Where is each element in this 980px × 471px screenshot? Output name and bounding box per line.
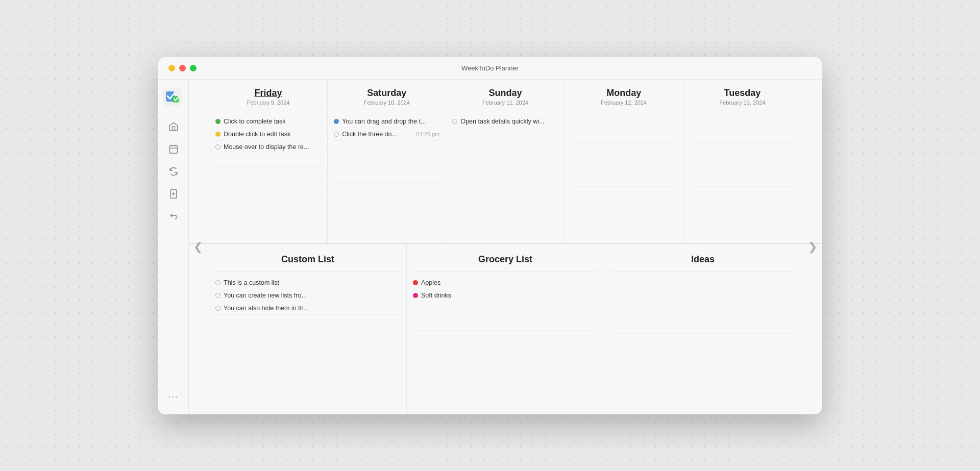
empty-task-slot	[452, 157, 558, 171]
day-column-saturday: SaturdayFebruary 10, 2024You can drag an…	[328, 80, 446, 243]
list-item[interactable]: You can also hide them in th...	[215, 302, 400, 315]
nav-prev-button[interactable]: ❮	[190, 239, 206, 255]
task-row[interactable]: Click to complete task	[215, 115, 321, 128]
list-item-text: You can create new lists fro...	[224, 292, 400, 299]
task-text: Mouse over to display the re...	[224, 143, 321, 151]
empty-task-slot	[690, 172, 795, 187]
sidebar-item-add-task[interactable]	[164, 185, 183, 203]
day-date-friday: February 9, 2024	[215, 100, 321, 106]
empty-task-slot	[571, 158, 677, 172]
list-header-grocery-list: Grocery List	[413, 244, 598, 271]
list-item-dot-icon	[215, 306, 220, 311]
list-item[interactable]: This is a custom list	[215, 277, 400, 289]
task-row[interactable]: You can drag and drop the t...	[334, 115, 439, 128]
list-item-text: This is a custom list	[224, 279, 400, 286]
task-text: You can drag and drop the t...	[342, 118, 439, 125]
nav-next-button[interactable]: ❯	[804, 239, 821, 255]
sidebar: ···	[158, 80, 189, 414]
day-name-friday: Friday	[215, 88, 321, 98]
empty-task-slot	[690, 158, 795, 172]
empty-task-slot	[690, 144, 795, 158]
empty-list-slot	[610, 277, 795, 291]
maximize-button[interactable]	[190, 65, 197, 71]
empty-task-slot	[334, 184, 439, 198]
task-dot-icon	[334, 132, 339, 137]
day-header-saturday: SaturdayFebruary 10, 2024	[334, 80, 439, 110]
list-column-ideas: Ideas	[604, 244, 801, 414]
sidebar-item-calendar[interactable]	[164, 140, 183, 158]
list-name: Custom List	[215, 254, 400, 265]
list-item-text: Apples	[421, 279, 598, 286]
empty-list-slot	[610, 319, 795, 334]
sidebar-item-back[interactable]	[164, 207, 183, 226]
day-header-monday: MondayFebruary 12, 2024	[571, 80, 677, 110]
list-item-text: You can also hide them in th...	[224, 305, 400, 312]
empty-list-slot	[610, 305, 795, 319]
task-dot-icon	[215, 132, 220, 137]
task-row[interactable]: Double click to edit task	[215, 128, 321, 141]
days-section: FridayFebruary 9, 2024Click to complete …	[189, 80, 822, 244]
task-row[interactable]: Click the three do...04:20 pm	[334, 128, 439, 141]
svg-rect-3	[169, 145, 177, 153]
day-header-friday: FridayFebruary 9, 2024	[215, 80, 321, 110]
list-name: Grocery List	[413, 254, 598, 265]
sidebar-item-refresh[interactable]	[164, 162, 183, 181]
task-text: Click the three do...	[342, 131, 413, 138]
day-date-monday: February 12, 2024	[571, 100, 677, 106]
minimize-button[interactable]	[168, 65, 175, 71]
empty-list-slot	[413, 316, 598, 331]
empty-task-slot	[690, 115, 795, 130]
empty-task-slot	[452, 185, 558, 200]
empty-list-slot	[215, 315, 400, 329]
day-name-saturday: Saturday	[334, 88, 439, 98]
close-button[interactable]	[179, 65, 186, 71]
app-body: ··· ❮ ❯ FridayFebruary 9, 2024Click to c…	[158, 80, 822, 414]
day-column-friday: FridayFebruary 9, 2024Click to complete …	[209, 80, 328, 243]
task-text: Click to complete task	[224, 118, 321, 125]
app-logo[interactable]	[163, 88, 184, 108]
task-row[interactable]: Open task details quickly wi...	[452, 115, 558, 128]
day-column-sunday: SundayFebruary 11, 2024Open task details…	[446, 80, 565, 243]
list-item-dot-icon	[413, 280, 418, 285]
sidebar-item-home[interactable]	[164, 117, 183, 136]
list-item[interactable]: You can create new lists fro...	[215, 289, 400, 302]
list-item[interactable]: Soft drinks	[413, 289, 598, 302]
task-dot-icon	[215, 144, 220, 150]
list-column-custom-list: Custom ListThis is a custom listYou can …	[209, 244, 407, 414]
app-window: WeekToDo Planner	[158, 57, 822, 414]
empty-task-slot	[452, 128, 558, 142]
list-item[interactable]: Apples	[413, 277, 598, 289]
list-item-dot-icon	[413, 293, 418, 298]
empty-task-slot	[571, 130, 677, 144]
empty-task-slot	[334, 141, 439, 155]
list-item-text: Soft drinks	[421, 292, 598, 299]
task-row[interactable]: Mouse over to display the re...	[215, 141, 321, 154]
task-time: 04:20 pm	[416, 131, 440, 137]
empty-task-slot	[215, 154, 321, 168]
empty-task-slot	[690, 187, 795, 201]
app-title: WeekToDo Planner	[461, 64, 519, 72]
list-item-dot-icon	[215, 293, 220, 298]
day-name-sunday: Sunday	[452, 88, 558, 98]
empty-task-slot	[452, 142, 558, 157]
empty-task-slot	[571, 187, 677, 201]
task-dot-icon	[452, 119, 457, 124]
list-column-grocery-list: Grocery ListApplesSoft drinks	[407, 244, 604, 414]
day-column-tuesday: TuesdayFebruary 13, 2024	[683, 80, 801, 243]
empty-task-slot	[215, 168, 321, 182]
list-header-ideas: Ideas	[610, 244, 795, 271]
lists-section: Custom ListThis is a custom listYou can …	[189, 244, 822, 414]
task-dot-icon	[334, 119, 339, 124]
task-dot-icon	[215, 119, 220, 124]
empty-task-slot	[452, 171, 558, 185]
more-options-button[interactable]: ···	[164, 388, 183, 406]
day-name-tuesday: Tuesday	[690, 88, 795, 98]
day-date-tuesday: February 13, 2024	[690, 100, 795, 106]
list-header-custom-list: Custom List	[215, 244, 400, 271]
main-content: ❮ ❯ FridayFebruary 9, 2024Click to compl…	[189, 80, 822, 414]
day-name-monday: Monday	[571, 88, 677, 98]
empty-task-slot	[215, 182, 321, 196]
window-controls	[168, 65, 197, 71]
day-date-sunday: February 11, 2024	[452, 100, 558, 106]
task-text: Double click to edit task	[224, 131, 321, 138]
